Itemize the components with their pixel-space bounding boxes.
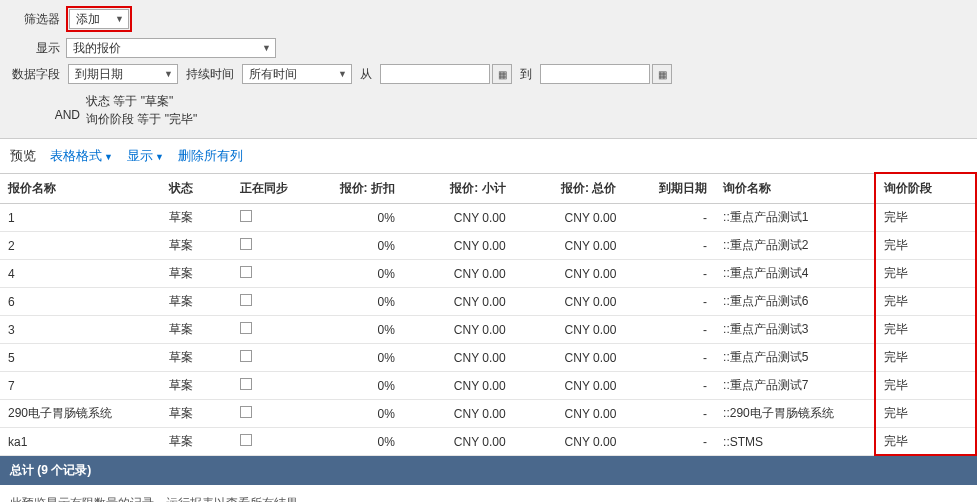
cell-discount: 0%: [312, 372, 403, 400]
preview-title: 预览: [10, 147, 36, 165]
cell-subtotal: CNY 0.00: [403, 344, 514, 372]
cell-stage: 完毕: [876, 260, 977, 288]
cell-qname: ::重点产品测试3: [715, 316, 876, 344]
col-header-total[interactable]: 报价: 总价: [514, 174, 625, 204]
cell-status: 草案: [161, 316, 232, 344]
footer-note: 此预览显示有限数量的记录。运行报表以查看所有结果。: [0, 485, 977, 502]
cell-status: 草案: [161, 372, 232, 400]
cell-name: 6: [0, 288, 161, 316]
cell-name: 4: [0, 260, 161, 288]
cell-total: CNY 0.00: [514, 344, 625, 372]
chevron-down-icon: ▼: [115, 14, 124, 24]
col-header-sync[interactable]: 正在同步: [232, 174, 313, 204]
col-header-due[interactable]: 到期日期: [624, 174, 715, 204]
duration-select[interactable]: 所有时间 ▼: [242, 64, 352, 84]
cell-due: -: [624, 204, 715, 232]
table-row[interactable]: 7草案0%CNY 0.00CNY 0.00-::重点产品测试7完毕: [0, 372, 977, 400]
cell-subtotal: CNY 0.00: [403, 372, 514, 400]
col-header-stage[interactable]: 询价阶段: [876, 174, 977, 204]
col-header-status[interactable]: 状态: [161, 174, 232, 204]
cell-qname: ::290电子胃肠镜系统: [715, 400, 876, 428]
sync-checkbox[interactable]: [240, 434, 252, 446]
table-row[interactable]: 1草案0%CNY 0.00CNY 0.00-::重点产品测试1完毕: [0, 204, 977, 232]
cell-due: -: [624, 428, 715, 456]
cell-due: -: [624, 372, 715, 400]
preview-toolbar: 预览 表格格式▼ 显示▼ 删除所有列: [0, 139, 977, 173]
cell-total: CNY 0.00: [514, 316, 625, 344]
cell-total: CNY 0.00: [514, 232, 625, 260]
cell-status: 草案: [161, 428, 232, 456]
sync-checkbox[interactable]: [240, 406, 252, 418]
cell-sync: [232, 428, 313, 456]
show-select[interactable]: 我的报价 ▼: [66, 38, 276, 58]
from-date-input[interactable]: [380, 64, 490, 84]
cell-qname: ::重点产品测试5: [715, 344, 876, 372]
from-date-picker-button[interactable]: ▦: [492, 64, 512, 84]
condition-line: 状态 等于 "草案": [86, 92, 197, 110]
table-row[interactable]: 290电子胃肠镜系统草案0%CNY 0.00CNY 0.00-::290电子胃肠…: [0, 400, 977, 428]
cell-due: -: [624, 260, 715, 288]
table-format-link[interactable]: 表格格式▼: [50, 147, 113, 165]
cell-subtotal: CNY 0.00: [403, 316, 514, 344]
cell-stage: 完毕: [876, 428, 977, 456]
condition-line: 询价阶段 等于 "完毕": [86, 110, 197, 128]
show-link[interactable]: 显示▼: [127, 147, 164, 165]
cell-stage: 完毕: [876, 344, 977, 372]
to-label: 到: [520, 66, 532, 83]
cell-status: 草案: [161, 232, 232, 260]
cell-total: CNY 0.00: [514, 260, 625, 288]
to-date-picker-button[interactable]: ▦: [652, 64, 672, 84]
add-filter-select[interactable]: 添加 ▼: [69, 9, 129, 29]
cell-sync: [232, 372, 313, 400]
sync-checkbox[interactable]: [240, 322, 252, 334]
sync-checkbox[interactable]: [240, 350, 252, 362]
chevron-down-icon: ▼: [338, 69, 347, 79]
cell-name: ka1: [0, 428, 161, 456]
cell-sync: [232, 400, 313, 428]
table-row[interactable]: 3草案0%CNY 0.00CNY 0.00-::重点产品测试3完毕: [0, 316, 977, 344]
table-row[interactable]: ka1草案0%CNY 0.00CNY 0.00-::STMS完毕: [0, 428, 977, 456]
duration-label: 持续时间: [186, 66, 234, 83]
cell-subtotal: CNY 0.00: [403, 232, 514, 260]
col-header-discount[interactable]: 报价: 折扣: [312, 174, 403, 204]
cell-stage: 完毕: [876, 372, 977, 400]
sync-checkbox[interactable]: [240, 210, 252, 222]
cell-name: 5: [0, 344, 161, 372]
show-label: 显示: [10, 40, 60, 57]
cell-qname: ::重点产品测试7: [715, 372, 876, 400]
table-row[interactable]: 4草案0%CNY 0.00CNY 0.00-::重点产品测试4完毕: [0, 260, 977, 288]
highlight-add-filter: 添加 ▼: [66, 6, 132, 32]
cell-discount: 0%: [312, 316, 403, 344]
table-row[interactable]: 5草案0%CNY 0.00CNY 0.00-::重点产品测试5完毕: [0, 344, 977, 372]
cell-name: 1: [0, 204, 161, 232]
col-header-qname[interactable]: 询价名称: [715, 174, 876, 204]
col-header-subtotal[interactable]: 报价: 小计: [403, 174, 514, 204]
filter-panel: 筛选器 添加 ▼ 显示 我的报价 ▼ 数据字段 到期日期 ▼ 持续时间 所有时间…: [0, 0, 977, 139]
cell-due: -: [624, 400, 715, 428]
sync-checkbox[interactable]: [240, 266, 252, 278]
sync-checkbox[interactable]: [240, 294, 252, 306]
cell-discount: 0%: [312, 288, 403, 316]
cell-stage: 完毕: [876, 316, 977, 344]
to-date-input[interactable]: [540, 64, 650, 84]
cell-subtotal: CNY 0.00: [403, 204, 514, 232]
cell-subtotal: CNY 0.00: [403, 428, 514, 456]
col-header-name[interactable]: 报价名称: [0, 174, 161, 204]
table-row[interactable]: 2草案0%CNY 0.00CNY 0.00-::重点产品测试2完毕: [0, 232, 977, 260]
sync-checkbox[interactable]: [240, 238, 252, 250]
cell-status: 草案: [161, 344, 232, 372]
sync-checkbox[interactable]: [240, 378, 252, 390]
data-field-select[interactable]: 到期日期 ▼: [68, 64, 178, 84]
clear-columns-link[interactable]: 删除所有列: [178, 147, 243, 165]
cell-total: CNY 0.00: [514, 204, 625, 232]
table-row[interactable]: 6草案0%CNY 0.00CNY 0.00-::重点产品测试6完毕: [0, 288, 977, 316]
cell-name: 7: [0, 372, 161, 400]
cell-sync: [232, 204, 313, 232]
cell-name: 3: [0, 316, 161, 344]
results-table: 报价名称 状态 正在同步 报价: 折扣 报价: 小计 报价: 总价 到期日期 询…: [0, 173, 977, 456]
cell-stage: 完毕: [876, 204, 977, 232]
chevron-down-icon: ▼: [164, 69, 173, 79]
chevron-down-icon: ▼: [155, 152, 164, 162]
cell-status: 草案: [161, 288, 232, 316]
cell-discount: 0%: [312, 344, 403, 372]
